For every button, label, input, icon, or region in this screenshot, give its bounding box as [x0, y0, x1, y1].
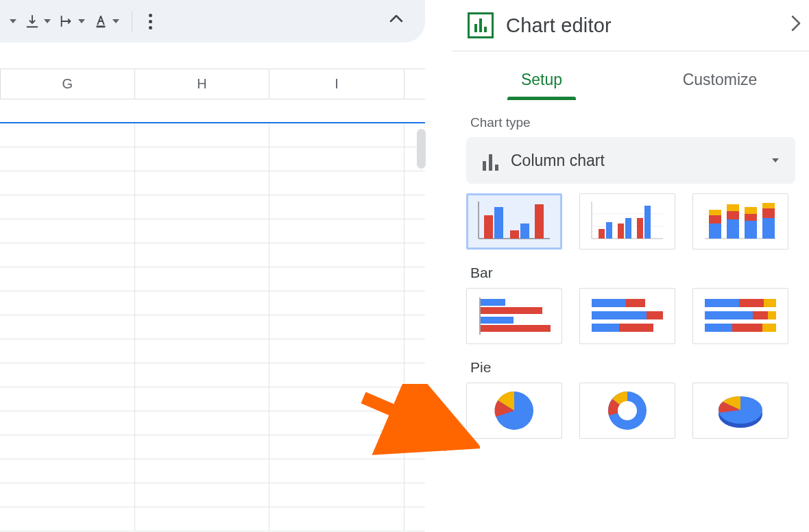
- svg-rect-3: [484, 215, 493, 239]
- svg-rect-45: [739, 299, 764, 307]
- caret-down-icon: [10, 19, 16, 23]
- group-label-bar: Bar: [470, 265, 795, 281]
- chart-type-dropdown[interactable]: Column chart: [466, 137, 795, 184]
- svg-rect-23: [709, 210, 721, 215]
- svg-rect-6: [520, 223, 529, 239]
- column-chart-icon: [483, 150, 498, 171]
- chevron-up-icon: [389, 14, 403, 23]
- collapse-toolbar-button[interactable]: [389, 14, 403, 26]
- svg-rect-34: [481, 299, 505, 306]
- chevron-right-icon: [791, 15, 801, 32]
- stacked-bar-chart-100-thumb[interactable]: [692, 288, 788, 344]
- tab-customize[interactable]: Customize: [631, 61, 809, 99]
- svg-rect-47: [705, 311, 753, 319]
- svg-rect-16: [637, 218, 643, 239]
- svg-rect-12: [599, 229, 605, 239]
- toolbar-item[interactable]: [4, 16, 19, 26]
- stacked-column-chart-thumb[interactable]: [692, 193, 788, 250]
- svg-rect-4: [494, 207, 503, 239]
- editor-header: Chart editor: [452, 0, 809, 51]
- toolbar: [0, 0, 425, 43]
- svg-rect-5: [510, 230, 519, 239]
- editor-tabs: Setup Customize: [452, 51, 809, 99]
- column-header[interactable]: H: [135, 69, 270, 99]
- svg-rect-48: [753, 311, 768, 319]
- svg-rect-41: [647, 311, 663, 319]
- column-chart-thumb[interactable]: [466, 193, 562, 250]
- svg-rect-28: [745, 214, 757, 221]
- close-editor-button[interactable]: [791, 14, 801, 36]
- svg-rect-26: [727, 204, 739, 211]
- spreadsheet-grid[interactable]: G H I: [0, 69, 425, 531]
- svg-rect-37: [481, 325, 551, 332]
- svg-rect-38: [592, 299, 626, 307]
- vertical-scrollbar-thumb[interactable]: [417, 129, 426, 169]
- tab-setup[interactable]: Setup: [452, 61, 631, 99]
- svg-rect-30: [762, 218, 775, 239]
- svg-rect-13: [606, 222, 612, 239]
- column-header-row: G H I: [0, 69, 425, 99]
- svg-rect-22: [709, 215, 721, 223]
- svg-rect-51: [732, 324, 762, 332]
- svg-rect-35: [481, 307, 542, 314]
- svg-rect-44: [705, 299, 739, 307]
- stacked-bar-chart-thumb[interactable]: [579, 288, 675, 344]
- 3d-pie-chart-thumb[interactable]: [692, 383, 788, 439]
- column-chart-small-thumb[interactable]: [579, 193, 675, 250]
- svg-rect-49: [768, 311, 776, 319]
- svg-rect-0: [97, 25, 106, 27]
- chart-editor-panel: Chart editor Setup Customize Chart type …: [452, 0, 809, 532]
- svg-rect-25: [727, 211, 739, 219]
- align-bottom-icon: [25, 14, 40, 29]
- svg-rect-36: [481, 317, 514, 324]
- bar-chart-thumb[interactable]: [466, 288, 562, 344]
- svg-rect-15: [625, 218, 631, 239]
- group-label-pie: Pie: [470, 359, 795, 376]
- svg-rect-21: [709, 223, 721, 239]
- svg-rect-46: [764, 299, 776, 307]
- text-color-button[interactable]: [90, 11, 122, 32]
- editor-title: Chart editor: [506, 14, 779, 37]
- vertical-align-button[interactable]: [22, 11, 53, 32]
- chart-editor-icon: [468, 12, 494, 38]
- svg-rect-50: [705, 324, 732, 332]
- svg-rect-29: [745, 207, 757, 214]
- svg-rect-40: [592, 311, 647, 319]
- chart-type-selected: Column chart: [511, 152, 757, 170]
- text-overflow-icon: [59, 14, 74, 29]
- doughnut-chart-thumb[interactable]: [579, 383, 675, 439]
- svg-rect-17: [644, 206, 651, 239]
- svg-rect-43: [619, 324, 653, 332]
- svg-rect-31: [762, 208, 775, 218]
- toolbar-divider: [132, 11, 132, 32]
- svg-rect-24: [727, 219, 739, 239]
- svg-rect-14: [618, 223, 624, 239]
- column-header[interactable]: G: [0, 69, 135, 99]
- svg-rect-52: [762, 324, 776, 332]
- pie-chart-thumb[interactable]: [466, 383, 562, 439]
- more-options-button[interactable]: [149, 14, 152, 29]
- svg-rect-7: [535, 204, 544, 239]
- caret-down-icon: [112, 19, 119, 23]
- text-wrap-button[interactable]: [56, 11, 88, 32]
- chart-type-label: Chart type: [452, 99, 809, 137]
- chart-type-gallery: Bar: [452, 193, 809, 439]
- text-color-icon: [93, 14, 108, 29]
- svg-rect-42: [592, 324, 619, 332]
- column-header[interactable]: I: [269, 69, 404, 99]
- caret-down-icon: [772, 158, 779, 162]
- svg-rect-32: [762, 203, 775, 208]
- caret-down-icon: [78, 19, 85, 23]
- svg-point-55: [618, 401, 637, 420]
- svg-rect-39: [626, 299, 645, 307]
- svg-rect-27: [745, 221, 757, 239]
- caret-down-icon: [44, 19, 51, 23]
- selected-row[interactable]: [0, 99, 425, 123]
